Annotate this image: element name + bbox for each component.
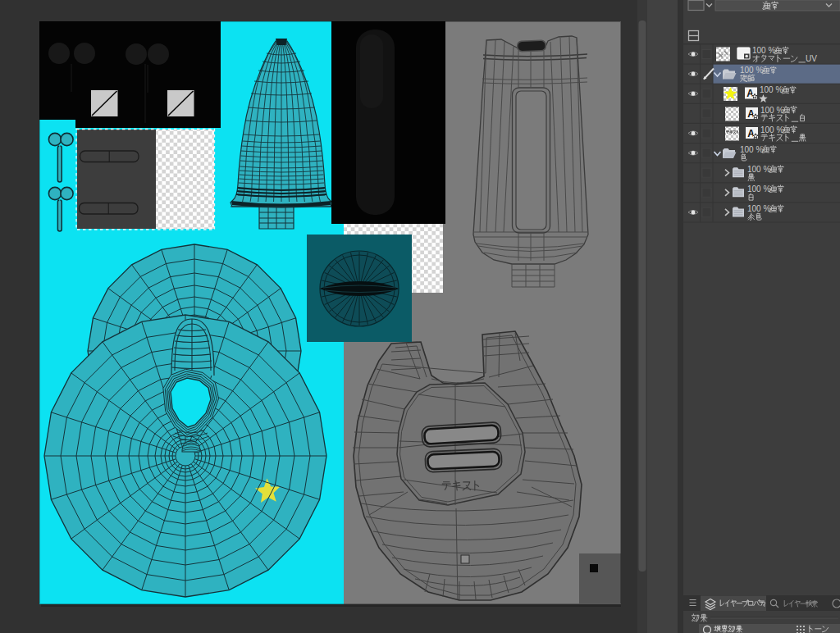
svg-text:100 %: 100 %: [747, 204, 770, 213]
svg-text:100 %: 100 %: [760, 106, 783, 115]
svg-text:UV: UV: [806, 54, 817, 63]
svg-text:100 %: 100 %: [740, 145, 763, 154]
svg-text:100 %: 100 %: [760, 125, 783, 134]
svg-text:100 %: 100 %: [752, 46, 775, 55]
svg-text:100 %: 100 %: [747, 165, 770, 174]
svg-text:100 %: 100 %: [760, 85, 783, 94]
svg-text:100 %: 100 %: [747, 184, 770, 194]
svg-text:100 %: 100 %: [740, 66, 763, 75]
